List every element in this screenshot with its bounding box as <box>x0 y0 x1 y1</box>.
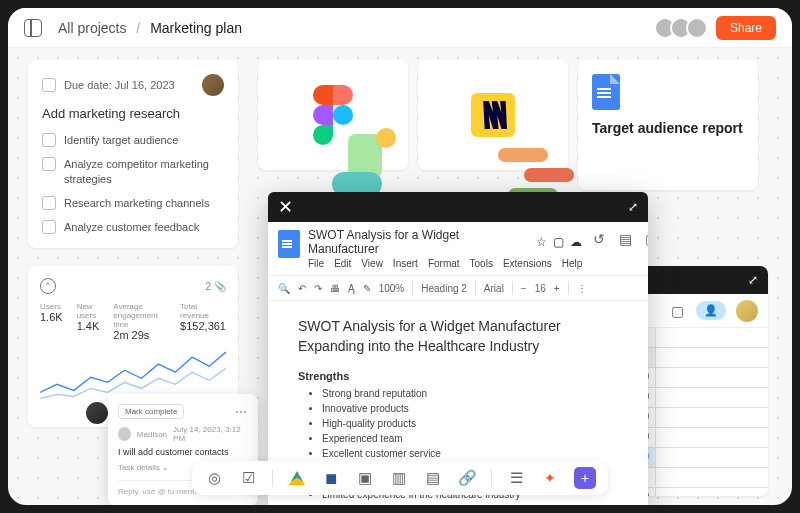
mark-complete-button[interactable]: Mark complete <box>118 404 184 419</box>
doc-title: Target audience report <box>592 120 743 136</box>
spellcheck-icon[interactable]: Ą <box>348 283 355 294</box>
add-button[interactable]: + <box>574 467 596 489</box>
image-icon[interactable]: ▣ <box>355 468 375 488</box>
meet-icon[interactable]: ▢ <box>642 230 648 248</box>
checklist-item[interactable]: Analyze customer feedback <box>42 220 224 234</box>
due-date-label: Due date: Jul 16, 2023 <box>64 79 175 91</box>
list-item: Excellent customer service <box>322 446 618 461</box>
user-avatar[interactable] <box>736 300 758 322</box>
checklist-item[interactable]: Identify target audience <box>42 133 224 147</box>
task-title: Add marketing research <box>42 106 224 121</box>
attachment-count[interactable]: 2 📎 <box>205 281 226 292</box>
checkbox-icon[interactable] <box>42 157 56 171</box>
menu-edit[interactable]: Edit <box>334 258 351 269</box>
sidebar-toggle-icon[interactable] <box>24 19 42 37</box>
checklist: Identify target audience Analyze competi… <box>42 133 224 234</box>
google-doc-thumbnail[interactable]: Target audience report <box>578 60 758 190</box>
google-drive-icon[interactable] <box>287 468 307 488</box>
comment-body: I will add customer contacts <box>118 447 248 457</box>
list-item: High costs associated with expanding int… <box>322 502 618 505</box>
canvas-board[interactable]: Due date: Jul 16, 2023 Add marketing res… <box>8 48 792 505</box>
share-button[interactable]: Share <box>716 16 776 40</box>
print-icon[interactable]: 🖶 <box>330 283 340 294</box>
collaborator-avatars[interactable] <box>660 17 708 39</box>
breadcrumb-current[interactable]: Marketing plan <box>150 20 242 36</box>
comment-author-avatar[interactable] <box>84 400 110 426</box>
undo-icon[interactable]: ↶ <box>298 283 306 294</box>
task-icon[interactable]: ☑ <box>238 468 258 488</box>
breadcrumb-root[interactable]: All projects <box>58 20 126 36</box>
expand-icon[interactable]: ⤢ <box>628 200 638 214</box>
comment-time: July 14, 2023, 3:12 PM <box>173 425 248 443</box>
font-size[interactable]: 16 <box>535 283 546 294</box>
sheets-share-button[interactable]: 👤 <box>696 301 726 320</box>
expand-icon[interactable]: ⤢ <box>748 273 758 287</box>
style-select[interactable]: Heading 2 <box>421 283 467 294</box>
close-icon[interactable]: ✕ <box>278 196 293 218</box>
comments-icon[interactable]: ▤ <box>616 230 634 248</box>
cloud-icon[interactable]: ☁ <box>570 235 582 249</box>
stat-value: 1.4K <box>77 320 100 332</box>
menu-file[interactable]: File <box>308 258 324 269</box>
list-item: High-quality products <box>322 416 618 431</box>
history-icon[interactable]: ↺ <box>590 230 608 248</box>
stats-row: Users1.6K New users1.4K Average engageme… <box>40 302 226 341</box>
move-icon[interactable]: ▢ <box>553 235 564 249</box>
checklist-label: Research marketing channels <box>64 196 210 210</box>
menu-insert[interactable]: Insert <box>393 258 418 269</box>
avatar[interactable] <box>686 17 708 39</box>
paint-icon[interactable]: ✎ <box>363 283 371 294</box>
checklist-item[interactable]: Analyze competitor marketing strategies <box>42 157 224 186</box>
breadcrumb-separator: / <box>136 20 140 36</box>
stat-label: New users <box>77 302 100 320</box>
more-icon[interactable]: ⋯ <box>235 405 248 419</box>
attach-number: 2 <box>205 281 211 292</box>
checkbox-icon[interactable] <box>42 133 56 147</box>
stat-label: Average engagement time <box>113 302 166 329</box>
assignee-avatar[interactable] <box>202 74 224 96</box>
google-doc-window[interactable]: ✕ ⤢ SWOT Analysis for a Widget Manufactu… <box>268 192 648 505</box>
illustration <box>328 118 428 198</box>
zoom-select[interactable]: 100% <box>379 283 405 294</box>
checkbox-icon[interactable] <box>42 196 56 210</box>
font-select[interactable]: Arial <box>484 283 504 294</box>
menu-tools[interactable]: Tools <box>470 258 493 269</box>
doc-titlebar[interactable]: ✕ ⤢ <box>268 192 648 222</box>
redo-icon[interactable]: ↷ <box>314 283 322 294</box>
link-icon[interactable]: 🔗 <box>457 468 477 488</box>
search-icon[interactable]: ◎ <box>204 468 224 488</box>
size-minus[interactable]: − <box>521 283 527 294</box>
checklist-label: Analyze customer feedback <box>64 220 199 234</box>
search-icon[interactable]: 🔍 <box>278 283 290 294</box>
ai-sparkle-icon[interactable]: ✦ <box>540 468 560 488</box>
star-icon[interactable]: ☆ <box>536 235 547 249</box>
doc-menubar: FileEditViewInsertFormatToolsExtensionsH… <box>308 258 582 269</box>
checklist-item[interactable]: Research marketing channels <box>42 196 224 210</box>
more-toolbar-icon[interactable]: ⋮ <box>577 283 587 294</box>
menu-view[interactable]: View <box>361 258 383 269</box>
checkbox-icon[interactable] <box>42 78 56 92</box>
stat-label: Total revenue <box>180 302 226 320</box>
doc-icon[interactable]: ☰ <box>506 468 526 488</box>
menu-extensions[interactable]: Extensions <box>503 258 552 269</box>
google-docs-icon <box>592 74 620 110</box>
menu-help[interactable]: Help <box>562 258 583 269</box>
stat-value: 2m 29s <box>113 329 166 341</box>
stat-value: $152,361 <box>180 320 226 332</box>
doc-subheading: Strengths <box>298 370 618 382</box>
video-call-icon[interactable]: ▢ <box>668 302 686 320</box>
word-icon[interactable]: ◼ <box>321 468 341 488</box>
comment-author: Madison <box>137 430 167 439</box>
note-icon[interactable]: ▤ <box>423 468 443 488</box>
bullet-list: Strong brand reputationInnovative produc… <box>298 386 618 461</box>
doc-filename[interactable]: SWOT Analysis for a Widget Manufacturer <box>308 228 530 256</box>
size-plus[interactable]: + <box>554 283 560 294</box>
collapse-icon[interactable]: ⌃ <box>40 278 56 294</box>
stat-value: 1.6K <box>40 311 63 323</box>
kanban-icon[interactable]: ▥ <box>389 468 409 488</box>
task-card[interactable]: Due date: Jul 16, 2023 Add marketing res… <box>28 60 238 248</box>
menu-format[interactable]: Format <box>428 258 460 269</box>
list-item: Strong brand reputation <box>322 386 618 401</box>
checkbox-icon[interactable] <box>42 220 56 234</box>
miro-icon <box>471 93 515 137</box>
